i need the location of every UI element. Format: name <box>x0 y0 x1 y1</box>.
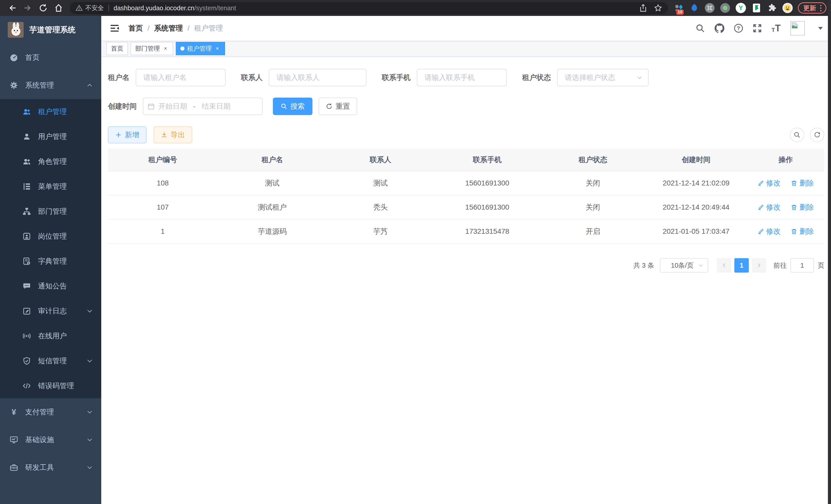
cell-mobile: 15601691300 <box>434 171 541 195</box>
delete-link[interactable]: 删除 <box>791 202 814 212</box>
contact-input[interactable] <box>269 69 366 86</box>
extension-grid-icon[interactable]: 10 <box>674 3 684 13</box>
sidebar-item-label: 错误码管理 <box>38 381 74 391</box>
sidebar-item-dev-tools[interactable]: 研发工具 <box>0 454 101 481</box>
extensions-puzzle-icon[interactable] <box>767 3 777 13</box>
cell-contact: 秃头 <box>327 195 434 219</box>
browser-menu-kebab-icon[interactable] <box>820 5 822 11</box>
sidebar-item-tenant[interactable]: 租户管理 <box>0 99 101 124</box>
toggle-search-button[interactable] <box>790 128 804 142</box>
cell-actions: 修改 删除 <box>747 195 824 219</box>
avatar[interactable] <box>791 21 805 35</box>
extension-command-icon[interactable] <box>705 3 715 13</box>
tab-tenant-active[interactable]: 租户管理 <box>176 42 225 55</box>
dictionary-gear-icon <box>23 257 31 265</box>
breadcrumb-home[interactable]: 首页 <box>128 23 143 33</box>
date-separator: - <box>193 102 196 111</box>
sidebar-item-dict[interactable]: 字典管理 <box>0 249 101 274</box>
sidebar-item-payment[interactable]: ¥ 支付管理 <box>0 398 101 426</box>
goto-page-input[interactable] <box>791 258 814 272</box>
browser-toolbar: 不安全 dashboard.yudao.iocoder.cn/system/te… <box>0 0 831 16</box>
status-select[interactable]: 请选择租户状态 <box>557 69 649 86</box>
mobile-input[interactable] <box>417 69 507 86</box>
docs-help-button[interactable] <box>734 24 743 33</box>
cell-created: 2021-01-05 17:03:47 <box>645 219 747 243</box>
search-button[interactable]: 搜索 <box>273 98 312 115</box>
edit-link[interactable]: 修改 <box>757 202 781 212</box>
edit-link[interactable]: 修改 <box>757 178 781 188</box>
user-icon <box>23 132 31 141</box>
browser-reload-button[interactable] <box>35 0 51 16</box>
sidebar-item-dept[interactable]: 部门管理 <box>0 199 101 224</box>
page-1-button[interactable]: 1 <box>735 258 749 272</box>
delete-link[interactable]: 删除 <box>791 178 814 188</box>
extension-record-icon[interactable] <box>720 3 730 13</box>
cell-id: 1 <box>108 219 218 243</box>
extension-flag-icon[interactable] <box>752 3 762 13</box>
extension-yuque-icon[interactable]: Y <box>736 3 746 13</box>
reload-icon <box>39 4 48 12</box>
app-logo-row[interactable]: 芋道管理系统 <box>0 16 101 44</box>
prev-page-button[interactable] <box>717 258 731 272</box>
sidebar-item-online-users[interactable]: 在线用户 <box>0 323 101 348</box>
close-icon[interactable] <box>163 46 169 52</box>
extension-balloon-icon[interactable] <box>689 3 699 13</box>
browser-update-button[interactable]: 更新 <box>798 2 826 13</box>
tenant-name-input[interactable] <box>136 69 226 86</box>
delete-link[interactable]: 删除 <box>791 227 814 236</box>
profile-avatar-emoji[interactable] <box>782 3 793 13</box>
sidebar-collapse-button[interactable] <box>110 23 120 33</box>
sidebar-item-error-code[interactable]: 错误码管理 <box>0 373 101 398</box>
sidebar-item-home[interactable]: 首页 <box>0 44 101 71</box>
page-size-select[interactable]: 10条/页 <box>660 258 708 272</box>
browser-back-button[interactable] <box>5 0 20 16</box>
add-button[interactable]: 新增 <box>108 126 146 143</box>
cell-mobile: 17321315478 <box>434 219 541 243</box>
tab-home[interactable]: 首页 <box>106 42 128 55</box>
app-title: 芋道管理系统 <box>29 25 76 35</box>
sidebar-item-label: 菜单管理 <box>38 182 67 191</box>
sidebar-item-post[interactable]: 岗位管理 <box>0 224 101 249</box>
top-navbar: 首页 / 系统管理 / 租户管理 TT <box>101 16 831 40</box>
update-label: 更新 <box>803 4 816 12</box>
browser-home-button[interactable] <box>51 0 66 16</box>
export-button[interactable]: 导出 <box>154 126 192 143</box>
cell-contact: 芋艿 <box>327 219 434 243</box>
refresh-table-button[interactable] <box>810 128 824 142</box>
dashboard-icon <box>10 53 18 62</box>
col-actions: 操作 <box>747 148 824 171</box>
browser-forward-button[interactable] <box>20 0 35 16</box>
avatar-dropdown-caret[interactable] <box>818 27 823 30</box>
next-page-button[interactable] <box>752 258 766 272</box>
divider <box>109 5 109 11</box>
sidebar-item-menu[interactable]: 菜单管理 <box>0 174 101 199</box>
create-time-range-input[interactable]: 开始日期 - 结束日期 <box>143 98 263 115</box>
sidebar: 芋道管理系统 首页 系统管理 租户管理 <box>0 16 101 504</box>
cell-id: 107 <box>108 195 218 219</box>
bookmark-star-icon[interactable] <box>654 4 662 12</box>
sidebar-item-system[interactable]: 系统管理 <box>0 71 101 99</box>
sidebar-item-audit-log[interactable]: 审计日志 <box>0 298 101 323</box>
tab-dept[interactable]: 部门管理 <box>131 42 173 55</box>
close-icon[interactable] <box>214 46 221 52</box>
reset-button-label: 重置 <box>336 101 350 111</box>
sidebar-item-user[interactable]: 用户管理 <box>0 124 101 149</box>
github-link-button[interactable] <box>715 23 724 33</box>
font-size-button[interactable]: TT <box>772 24 781 33</box>
url-bar[interactable]: 不安全 dashboard.yudao.iocoder.cn/system/te… <box>70 2 668 14</box>
sidebar-item-infrastructure[interactable]: 基础设施 <box>0 426 101 454</box>
sidebar-item-notice[interactable]: 通知公告 <box>0 274 101 298</box>
chevron-down-icon <box>698 263 704 268</box>
share-icon[interactable] <box>639 4 647 12</box>
security-label[interactable]: 不安全 <box>85 4 104 12</box>
broken-image-icon <box>792 22 798 29</box>
sidebar-item-sms[interactable]: 短信管理 <box>0 348 101 373</box>
reset-button[interactable]: 重置 <box>319 98 357 115</box>
search-icon <box>794 131 801 139</box>
edit-link[interactable]: 修改 <box>757 227 781 236</box>
sidebar-item-label: 短信管理 <box>38 356 67 366</box>
breadcrumb-system[interactable]: 系统管理 <box>154 23 183 33</box>
fullscreen-button[interactable] <box>753 24 762 33</box>
header-search-button[interactable] <box>695 24 705 33</box>
sidebar-item-role[interactable]: 角色管理 <box>0 149 101 174</box>
